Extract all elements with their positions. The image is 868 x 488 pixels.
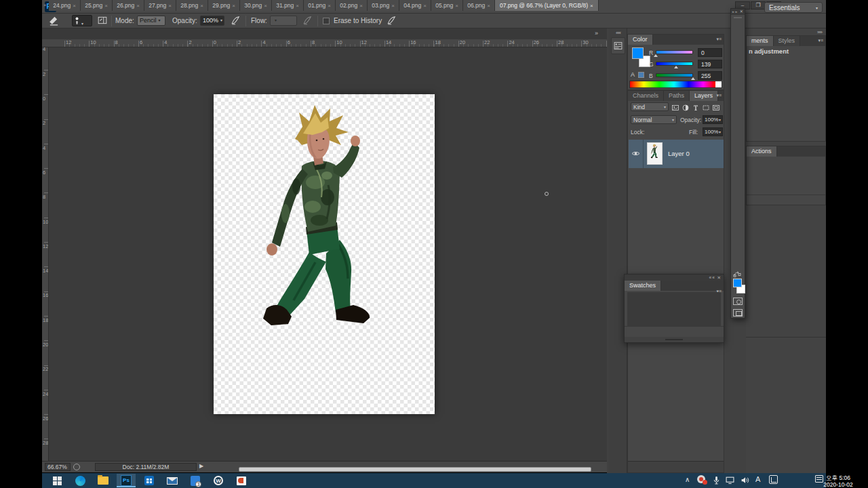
tablet-pressure-opacity-icon[interactable] — [231, 16, 243, 26]
tab-actions[interactable]: Actions — [747, 146, 777, 157]
taskbar-mail[interactable] — [163, 474, 182, 487]
eraser-tool-icon[interactable]: ▾ — [49, 16, 61, 26]
channel-value-field[interactable]: 255 — [698, 71, 722, 80]
taskbar-w-app[interactable]: W — [209, 474, 228, 487]
doc-tab-active[interactable]: 07.png @ 66.7% (Layer 0, RGB/8)× — [495, 0, 599, 11]
tray-mic-icon[interactable] — [712, 476, 721, 486]
tray-ime-icon[interactable] — [769, 475, 778, 484]
taskbar-notes[interactable]: 3 — [186, 474, 205, 487]
flow-dropdown[interactable]: ▾ — [270, 16, 297, 26]
filter-kind-dropdown[interactable]: Kind ▾ — [631, 102, 669, 111]
taskbar-explorer[interactable] — [94, 474, 113, 487]
doc-tab-05.png[interactable]: 05.png× — [431, 0, 463, 11]
tools-panel-header[interactable]: »» ✕ — [731, 9, 745, 15]
panel-menu-icon[interactable]: ▾≡ — [716, 93, 722, 98]
close-icon[interactable]: × — [264, 3, 267, 9]
doc-tab-24.png[interactable]: 24.png× — [49, 0, 81, 11]
tray-ime-letter[interactable]: A — [755, 475, 760, 483]
close-icon[interactable]: × — [200, 3, 203, 9]
slider-thumb[interactable] — [674, 66, 678, 68]
zoom-level-field[interactable]: 66.67% — [45, 463, 71, 471]
tab-swatches[interactable]: Swatches — [625, 281, 661, 291]
tab-layers[interactable]: Layers — [690, 91, 718, 101]
close-icon[interactable]: × — [391, 3, 395, 9]
tray-chevron-icon[interactable]: ∧ — [685, 476, 690, 483]
doc-tab-30.png[interactable]: 30.png× — [240, 0, 272, 11]
blend-mode-dropdown[interactable]: Normal ▾ — [631, 115, 677, 124]
filter-type-icon[interactable] — [692, 102, 701, 111]
fill-field[interactable]: 100%▾ — [703, 127, 723, 136]
collapse-panels-chevron[interactable]: »» — [817, 29, 822, 35]
airbrush-icon[interactable] — [302, 16, 315, 26]
doc-tab-28.png[interactable]: 28.png× — [176, 0, 208, 11]
close-icon[interactable]: × — [359, 3, 363, 9]
start-button[interactable] — [47, 474, 66, 487]
document-canvas[interactable] — [214, 94, 435, 414]
doc-size-field[interactable]: Doc: 2.11M/2.82M — [95, 463, 197, 471]
color-ramp-swatch-icon[interactable] — [638, 72, 644, 78]
layer-visibility-eye-icon[interactable] — [631, 149, 640, 158]
expand-panels-chevron[interactable]: «« — [616, 30, 620, 36]
layer-name[interactable]: Layer 0 — [668, 150, 690, 157]
close-icon[interactable]: × — [455, 3, 458, 9]
doc-tab-26.png[interactable]: 26.png× — [113, 0, 144, 11]
close-icon[interactable]: × — [136, 3, 140, 9]
tablet-pressure-size-icon[interactable] — [387, 16, 399, 26]
foreground-color-swatch[interactable] — [733, 279, 742, 287]
channel-slider[interactable] — [656, 73, 693, 77]
close-icon[interactable]: × — [168, 3, 172, 9]
slider-thumb[interactable] — [691, 77, 695, 80]
action-center-icon[interactable] — [815, 475, 823, 483]
screen-mode-icon[interactable] — [733, 309, 743, 317]
erase-to-history-checkbox[interactable] — [323, 18, 330, 24]
status-menu-arrow[interactable]: ▶ — [199, 463, 203, 469]
tab-color[interactable]: Color — [628, 35, 653, 45]
panel-menu-icon[interactable]: ▾≡ — [818, 38, 823, 43]
quick-mask-icon[interactable] — [733, 298, 743, 305]
color-ramp-a-icon[interactable]: A — [631, 71, 635, 78]
doc-tab-03.png[interactable]: 03.png× — [368, 0, 399, 11]
doc-tab-01.png[interactable]: 01.png× — [304, 0, 336, 11]
tray-display-icon[interactable] — [726, 476, 734, 486]
workspace-switcher[interactable]: Essentials ▾ — [764, 2, 823, 13]
swatches-collapse-bar[interactable]: «« ✕ — [625, 274, 724, 281]
doc-tab-02.png[interactable]: 02.png× — [336, 0, 368, 11]
doc-tab-04.png[interactable]: 04.png× — [399, 0, 431, 11]
slider-thumb[interactable] — [654, 54, 658, 57]
close-icon[interactable]: × — [104, 3, 108, 9]
close-icon[interactable]: × — [73, 3, 76, 9]
doc-tab-06.png[interactable]: 06.png× — [463, 0, 495, 11]
panel-resize-grip[interactable] — [625, 337, 724, 342]
taskbar-store[interactable] — [140, 474, 159, 487]
history-panel-icon[interactable] — [611, 37, 625, 54]
close-icon[interactable]: × — [328, 3, 331, 9]
partial-tab-close-icon[interactable]: × — [43, 2, 47, 8]
foreground-color-swatch[interactable] — [632, 47, 644, 59]
brush-preset-picker[interactable]: ▾ — [72, 15, 92, 26]
color-spectrum-ramp[interactable] — [629, 81, 722, 88]
swap-colors-icon[interactable] — [733, 271, 741, 277]
tab-paths[interactable]: Paths — [664, 91, 690, 101]
tray-speaker-icon[interactable] — [741, 476, 749, 486]
tab-overflow-chevron[interactable]: » — [595, 30, 597, 37]
doc-tab-29.png[interactable]: 29.png× — [208, 0, 240, 11]
close-icon[interactable]: × — [423, 3, 427, 9]
channel-value-field[interactable]: 139 — [698, 60, 722, 68]
filter-smart-icon[interactable] — [712, 102, 721, 111]
close-icon[interactable]: × — [296, 3, 299, 9]
horizontal-scrollbar[interactable] — [239, 467, 591, 472]
channel-slider[interactable] — [656, 50, 693, 54]
tab-styles[interactable]: Styles — [774, 36, 801, 46]
doc-tab-31.png[interactable]: 31.png× — [272, 0, 304, 11]
filter-pixel-icon[interactable] — [671, 102, 680, 111]
taskbar-edge[interactable] — [71, 474, 90, 487]
toggle-brush-panel-icon[interactable] — [98, 16, 110, 26]
opacity-field[interactable]: 100%▾ — [703, 115, 723, 124]
layer-thumbnail[interactable] — [647, 142, 663, 165]
filter-adjustment-icon[interactable] — [682, 102, 690, 111]
tray-recorder-icon[interactable] — [697, 475, 705, 483]
doc-tab-25.png[interactable]: 25.png× — [81, 0, 113, 11]
mode-dropdown[interactable]: Pencil▾ — [137, 16, 165, 26]
close-icon[interactable]: × — [487, 3, 490, 9]
tab-adjustments[interactable]: ments — [747, 36, 774, 46]
